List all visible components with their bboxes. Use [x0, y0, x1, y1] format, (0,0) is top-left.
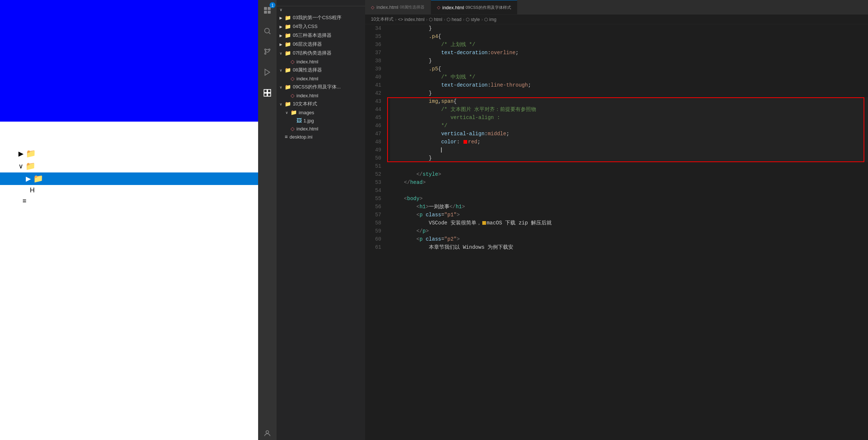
sidebar-item[interactable]: ∨📁08属性选择器	[277, 66, 365, 74]
sidebar-item[interactable]: ∨📁09CSS的作用及字体...	[277, 83, 365, 91]
sidebar-item[interactable]: ▶📁06层次选择器	[277, 40, 365, 49]
editor-tabs: ◇ index.html 08属性选择器 ◇ index.html 09CSS的…	[365, 0, 868, 15]
code-line: vertical-align:middle;	[390, 130, 868, 138]
tree-file-index[interactable]: H	[0, 185, 258, 196]
line-number: 49	[365, 146, 381, 154]
search-icon[interactable]	[261, 24, 274, 38]
code-line: .p4{	[390, 32, 868, 41]
code-line: text-decoration:line-through;	[390, 81, 868, 89]
tab-08[interactable]: ◇ index.html 08属性选择器	[365, 0, 431, 14]
file-icon: ≡	[22, 197, 27, 205]
tree-folder-3[interactable]: ∨ 📁	[0, 160, 258, 172]
line-number: 38	[365, 57, 381, 65]
code-line: /* 上划线 */	[390, 41, 868, 49]
code-line	[390, 146, 868, 154]
sidebar: ∨ ▶📁03我的第一个CSS程序▶📁04导入CSS▶📁05三种基本选择器▶📁06…	[277, 0, 365, 440]
tab-label-active: index.html	[442, 5, 464, 10]
tab-09[interactable]: ◇ index.html 09CSS的作用及字体样式	[431, 0, 517, 14]
arrow-icon: ▶	[18, 150, 24, 158]
svg-rect-3	[268, 11, 271, 14]
badge: 1	[270, 2, 275, 8]
code-line: */	[390, 122, 868, 130]
sidebar-item[interactable]: ∨📁10文本样式	[277, 99, 365, 108]
sidebar-item[interactable]: ▶📁03我的第一个CSS程序	[277, 13, 365, 22]
code-line	[390, 186, 868, 195]
account-icon[interactable]	[261, 427, 274, 440]
code-line: vertical-align :	[390, 114, 868, 122]
bc-4: ⬡ head	[447, 17, 461, 22]
code-area[interactable]: } .p4{ /* 上划线 */ text-decoration:overlin…	[387, 24, 868, 440]
arrow-icon: ▶	[26, 175, 31, 183]
sidebar-item[interactable]: ◇index.html	[277, 125, 365, 133]
line-number: 53	[365, 178, 381, 186]
svg-rect-11	[268, 90, 271, 92]
source-control-icon[interactable]	[261, 45, 274, 58]
line-number: 44	[365, 105, 381, 114]
sidebar-item[interactable]: ≡desktop.ini	[277, 133, 365, 141]
bc-3: ⬡ html	[429, 17, 442, 22]
code-line: /* 中划线 */	[390, 73, 868, 81]
arrow-icon	[18, 197, 20, 205]
line-number: 54	[365, 186, 381, 195]
code-line: </style>	[390, 170, 868, 178]
line-number: 41	[365, 81, 381, 89]
svg-point-14	[266, 431, 268, 433]
code-line	[390, 162, 868, 170]
svg-point-6	[265, 49, 266, 50]
sidebar-item[interactable]: ▶📁05三种基本选择器	[277, 31, 365, 40]
sidebar-root[interactable]: ∨	[277, 6, 365, 13]
run-icon[interactable]	[261, 66, 274, 79]
bc-sep4: ›	[463, 17, 464, 22]
line-number: 36	[365, 41, 381, 49]
svg-rect-2	[264, 11, 267, 14]
tab-context-active: 09CSS的作用及字体样式	[466, 5, 511, 10]
sidebar-item[interactable]: ∨📁07结构伪类选择器	[277, 49, 365, 57]
tree-folder-images[interactable]: ▶ 📁	[0, 172, 258, 185]
svg-rect-10	[264, 90, 267, 92]
code-line: img,span{	[390, 97, 868, 105]
line-number: 52	[365, 170, 381, 178]
sidebar-item[interactable]: ◇index.html	[277, 57, 365, 66]
editor-panel: ◇ index.html 08属性选择器 ◇ index.html 09CSS的…	[365, 0, 868, 440]
sidebar-item[interactable]: ◇index.html	[277, 74, 365, 83]
tree-folder-2[interactable]: ▶ 📁	[0, 147, 258, 160]
bc-sep2: ›	[426, 17, 427, 22]
extensions-icon[interactable]	[261, 86, 274, 99]
tab-context: 08属性选择器	[400, 4, 424, 10]
code-line: /* 文本图片 水平对齐：前提要有参照物	[390, 105, 868, 114]
bc-5: ⬡ style	[466, 17, 480, 22]
code-line: .p5{	[390, 65, 868, 73]
bc-6: ⬡ img	[484, 17, 496, 22]
bc-sep1: ›	[395, 17, 396, 22]
arrow-icon: ∨	[18, 162, 23, 170]
html-icon: H	[30, 186, 35, 194]
svg-rect-12	[268, 93, 271, 96]
code-line: 本章节我们以 Windows 为例下载安	[390, 243, 868, 251]
tab-html-icon: ◇	[371, 5, 374, 10]
svg-point-8	[265, 53, 266, 55]
file-tree-panel: ▶ 📁 ∨ 📁 ▶ 📁 H ≡	[0, 144, 258, 440]
arrow-icon	[26, 186, 28, 194]
line-number: 48	[365, 138, 381, 146]
code-line: <p class="p2">	[390, 235, 868, 243]
sidebar-item[interactable]: ▶📁04导入CSS	[277, 22, 365, 31]
line-number: 51	[365, 162, 381, 170]
line-number: 55	[365, 195, 381, 203]
svg-line-5	[269, 32, 270, 34]
line-number: 46	[365, 122, 381, 130]
code-line: </p>	[390, 227, 868, 235]
sidebar-item[interactable]: 🖼1.jpg	[277, 116, 365, 125]
line-numbers: 3435363738394041424344454647484950515253…	[365, 24, 387, 440]
bc-2: <> index.html	[398, 17, 424, 22]
explorer-icon[interactable]: 1	[261, 4, 274, 17]
code-line: <p class="p1">	[390, 211, 868, 219]
tree-file-css[interactable]: ≡	[0, 196, 258, 206]
svg-rect-0	[264, 7, 267, 10]
sidebar-item[interactable]: ∨📁images	[277, 108, 365, 116]
line-number: 58	[365, 219, 381, 227]
sidebar-item[interactable]: ◇index.html	[277, 91, 365, 99]
bc-sep5: ›	[481, 17, 483, 22]
line-number: 42	[365, 89, 381, 97]
line-number: 35	[365, 32, 381, 41]
line-number: 43	[365, 97, 381, 105]
